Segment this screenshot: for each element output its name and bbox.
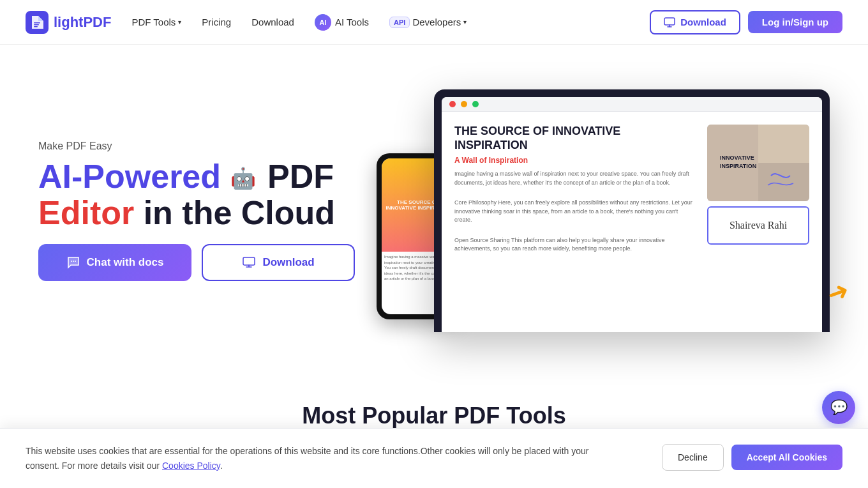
hero-headline-pdf: PDF: [267, 158, 334, 195]
hero-right: THE SOURCE OF INNOVATIVE INSPIRATION Ima…: [396, 89, 830, 332]
svg-rect-4: [664, 18, 675, 25]
login-button[interactable]: Log in/Sign up: [748, 11, 842, 33]
hero-buttons: Chat with docs Download: [38, 244, 355, 281]
svg-rect-11: [758, 125, 809, 163]
doc-main: THE SOURCE OF INNOVATIVE INSPIRATION A W…: [454, 125, 697, 314]
svg-rect-12: [758, 163, 809, 201]
hero-eyebrow: Make PDF Easy: [38, 141, 355, 152]
api-badge: API: [389, 17, 410, 28]
svg-text:INSPIRATION: INSPIRATION: [720, 163, 756, 169]
ai-badge: AI: [315, 14, 331, 31]
cookie-text-1: This website uses cookies that are essen…: [26, 446, 588, 470]
navbar: lightPDF PDF Tools ▾ Pricing Download AI…: [0, 0, 868, 45]
chevron-down-icon-2: ▾: [463, 19, 467, 26]
signature: Shaireva Rahi: [730, 220, 787, 231]
monitor-icon: [664, 17, 675, 28]
svg-text:INNOVATIVE: INNOVATIVE: [720, 155, 754, 161]
doc-side: INNOVATIVE INSPIRATION Shaireva Rahi: [707, 125, 809, 314]
accept-cookies-button[interactable]: Accept All Cookies: [731, 445, 842, 470]
hero-left: Make PDF Easy AI-Powered 🤖 PDF Editor in…: [38, 141, 355, 281]
doc-image: INNOVATIVE INSPIRATION: [707, 125, 809, 201]
nav-ai-tools-label: AI Tools: [335, 17, 369, 27]
logo-text: lightPDF: [54, 14, 111, 31]
nav-download-btn-label: Download: [680, 17, 726, 27]
cookie-buttons: Decline Accept All Cookies: [662, 444, 842, 471]
nav-download-label: Download: [251, 17, 294, 27]
cookie-policy-link[interactable]: Cookies Policy: [162, 461, 220, 471]
hero-section: Make PDF Easy AI-Powered 🤖 PDF Editor in…: [0, 45, 868, 364]
nav-left: lightPDF PDF Tools ▾ Pricing Download AI…: [26, 11, 467, 34]
nav-download-button[interactable]: Download: [650, 10, 740, 34]
chat-widget[interactable]: 💬: [822, 391, 855, 424]
hero-headline: AI-Powered 🤖 PDF Editor in the Cloud: [38, 158, 355, 231]
doc-subtitle: A Wall of Inspiration: [454, 156, 697, 165]
svg-point-7: [75, 261, 76, 262]
nav-pdf-tools-label: PDF Tools: [131, 17, 176, 27]
laptop-screen: THE SOURCE OF INNOVATIVE INSPIRATION A W…: [442, 97, 822, 332]
cookie-text-2: .: [220, 461, 223, 471]
doc-svg-image: INNOVATIVE INSPIRATION: [707, 125, 809, 201]
nav-pricing-label: Pricing: [202, 17, 231, 27]
svg-rect-1: [34, 22, 40, 24]
logo-icon: [26, 11, 49, 34]
hero-headline-ai: AI-Powered: [38, 158, 221, 195]
chat-with-docs-button[interactable]: Chat with docs: [38, 244, 191, 281]
signature-box: Shaireva Rahi: [707, 206, 809, 245]
nav-pricing[interactable]: Pricing: [202, 17, 231, 27]
nav-developers-label: Developers: [412, 17, 461, 27]
hero-headline-editor: Editor: [38, 194, 134, 231]
hero-download-button[interactable]: Download: [202, 244, 355, 281]
popular-title: Most Popular PDF Tools: [26, 402, 842, 429]
hero-headline-cloud: in the Cloud: [144, 194, 335, 231]
doc-body-2: Core Philosophy Here, you can freely exp…: [454, 199, 697, 225]
expand-dot: [472, 101, 479, 107]
close-dot: [449, 101, 456, 107]
svg-point-6: [73, 261, 74, 262]
laptop-mockup: THE SOURCE OF INNOVATIVE INSPIRATION A W…: [434, 89, 830, 332]
nav-right: Download Log in/Sign up: [650, 10, 842, 34]
doc-body-3: Open Source Sharing This platform can al…: [454, 236, 697, 254]
hero-download-btn-label: Download: [262, 256, 314, 269]
svg-rect-3: [34, 26, 38, 27]
svg-point-5: [71, 261, 72, 262]
minimize-dot: [461, 101, 467, 107]
cookie-banner: This website uses cookies that are essen…: [0, 428, 868, 488]
nav-ai-tools[interactable]: AI AI Tools: [315, 14, 369, 31]
chat-widget-icon: 💬: [830, 399, 848, 416]
svg-rect-8: [243, 257, 255, 265]
nav-download[interactable]: Download: [251, 17, 294, 27]
cookie-text: This website uses cookies that are essen…: [26, 444, 600, 473]
monitor-icon-hero: [242, 255, 256, 270]
svg-rect-2: [34, 24, 39, 26]
logo[interactable]: lightPDF: [26, 11, 111, 34]
laptop-content: THE SOURCE OF INNOVATIVE INSPIRATION A W…: [442, 112, 822, 326]
chat-icon: [66, 255, 80, 270]
chat-btn-label: Chat with docs: [87, 256, 164, 269]
laptop-toolbar: [442, 97, 822, 112]
doc-title: THE SOURCE OF INNOVATIVE INSPIRATION: [454, 125, 697, 152]
chevron-down-icon: ▾: [178, 19, 181, 26]
robot-icon: 🤖: [230, 167, 256, 190]
decline-button[interactable]: Decline: [662, 444, 724, 471]
doc-body-1: Imagine having a massive wall of inspira…: [454, 170, 697, 187]
nav-pdf-tools[interactable]: PDF Tools ▾: [131, 17, 181, 27]
nav-developers[interactable]: API Developers ▾: [389, 17, 467, 28]
